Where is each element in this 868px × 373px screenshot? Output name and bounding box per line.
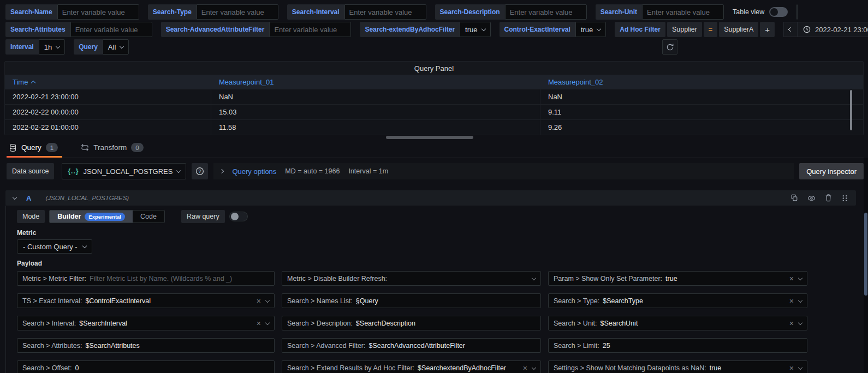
clear-icon[interactable]: × — [789, 364, 794, 372]
datasource-label: Data source — [7, 163, 54, 179]
chevron-down-icon[interactable] — [532, 275, 536, 280]
control-exact-interval-select[interactable]: true — [575, 22, 606, 37]
variable-input-search-type[interactable] — [197, 4, 278, 20]
query-editor: A (JSON_LOCAL_POSTGRES) Mode Builder Exp… — [5, 190, 856, 373]
clear-icon[interactable]: × — [257, 320, 261, 327]
max-data-points-value: MD = auto = 1966 — [285, 167, 340, 175]
table-view-toggle[interactable] — [769, 7, 788, 17]
chevron-down-icon[interactable] — [532, 365, 536, 369]
hide-query-button[interactable] — [807, 194, 816, 202]
builder-mode-button[interactable]: Builder Experimental — [50, 210, 133, 222]
chevron-down-icon[interactable] — [265, 320, 270, 324]
code-mode-button[interactable]: Code — [133, 210, 164, 222]
variable-input-search-interval[interactable] — [344, 4, 426, 20]
variable-label: Search-Attributes — [5, 22, 70, 37]
payload-field-search-description[interactable]: Search > Description: $SearchDescription — [282, 316, 541, 330]
variable-label: Search-Type — [148, 4, 197, 20]
payload-field-advanced-filter[interactable]: Search > Advanced Filter: $SearchAdvance… — [282, 338, 541, 353]
refresh-button[interactable] — [662, 39, 677, 55]
adhoc-filter-key[interactable]: Supplier — [667, 22, 702, 37]
column-header-measurepoint-02[interactable]: Measurepoint_02 — [540, 78, 863, 86]
delete-query-button[interactable] — [825, 194, 832, 202]
clear-icon[interactable]: × — [789, 320, 794, 327]
clear-icon[interactable]: × — [257, 297, 261, 305]
variable-input-search-description[interactable] — [505, 4, 587, 20]
table-row: 2022-02-21 23:00:00 NaN NaN — [5, 89, 863, 104]
interval-select[interactable]: 1h — [39, 39, 65, 55]
query-options-bar[interactable]: Query options MD = auto = 1966 Interval … — [213, 163, 794, 179]
chevron-down-icon[interactable] — [798, 275, 802, 280]
cell-time: 2022-02-22 00:00:00 — [5, 105, 211, 119]
variable-search-name: Search-Name — [5, 4, 139, 20]
adhoc-filter-value[interactable]: SupplierA — [719, 22, 758, 37]
variable-input-search-attributes[interactable] — [70, 22, 152, 37]
chevron-down-icon[interactable] — [798, 365, 802, 369]
query-row-header[interactable]: A (JSON_LOCAL_POSTGRES) — [5, 190, 856, 206]
payload-field-metric-filter[interactable]: Metric > Metric Filter: Filter Metric Li… — [17, 271, 275, 286]
payload-field-search-type[interactable]: Search > Type: $SearchType × — [548, 293, 807, 308]
variable-row-2: Search-Attributes Search-AdvancedAttribu… — [5, 22, 856, 37]
payload-field-names-list[interactable]: Search > Names List: §Query — [282, 293, 541, 308]
dashboard-variable-bar: Search-Name Search-Type Search-Interval … — [0, 0, 868, 55]
chevron-down-icon — [82, 244, 86, 248]
table-scrollbar-vertical[interactable] — [850, 90, 852, 130]
payload-field-show-only-set-parameter[interactable]: Param > Show Only Set Parameter: true × — [548, 271, 807, 286]
payload-field-search-offset[interactable]: Search > Offset: 0 — [17, 360, 275, 373]
variable-label: Search-extendByAdhocFilter — [360, 22, 460, 37]
time-range-button[interactable]: 2022-02-21 23:00:00 to 2022-02-23 23:59:… — [798, 22, 868, 37]
cell-time: 2022-02-21 23:00:00 — [5, 89, 211, 104]
metric-select[interactable]: - Custom Query - — [17, 239, 92, 254]
payload-field-search-attributes[interactable]: Search > Attributes: $SearchAttributes — [17, 338, 275, 353]
variable-input-search-name[interactable] — [57, 4, 139, 20]
adhoc-filter-add-button[interactable]: + — [760, 22, 775, 37]
datasource-name: JSON_LOCAL_POSTGRES — [83, 167, 173, 176]
column-header-time[interactable]: Time — [5, 78, 211, 86]
table-scrollbar-horizontal[interactable] — [386, 136, 473, 139]
tab-transform[interactable]: Transform 0 — [79, 143, 147, 157]
clear-icon[interactable]: × — [523, 364, 527, 372]
payload-field-search-unit[interactable]: Search > Unit: $SearchUnit × — [548, 316, 807, 330]
panel-title: Query Panel — [5, 62, 863, 75]
cell-time: 2022-02-22 01:00:00 — [5, 120, 211, 135]
variable-input-advanced-attribute-filter[interactable] — [269, 22, 351, 37]
payload-field-disable-builder-refresh[interactable]: Metric > Disable Builder Refresh: — [282, 271, 541, 286]
metric-select-value: - Custom Query - — [23, 243, 78, 251]
adhoc-filter-operator[interactable]: = — [704, 22, 717, 37]
chevron-down-icon[interactable] — [265, 298, 270, 302]
query-select[interactable]: All — [103, 39, 129, 55]
chevron-down-icon[interactable] — [798, 320, 802, 324]
payload-field-exact-interval[interactable]: TS > Exact Interval: $ControlExactInterv… — [17, 293, 275, 308]
clear-icon[interactable]: × — [789, 275, 794, 282]
query-inspector-button[interactable]: Query inspector — [799, 163, 864, 179]
variable-label: Search-Name — [5, 4, 57, 20]
select-value: true — [465, 26, 477, 34]
datasource-help-button[interactable]: ? — [192, 163, 208, 179]
extend-by-adhoc-filter-select[interactable]: true — [460, 22, 490, 37]
refresh-icon — [666, 43, 674, 51]
query-editor-body: Mode Builder Experimental Code Raw query… — [5, 206, 856, 373]
payload-section-label: Payload — [17, 260, 856, 267]
collapse-query-icon[interactable] — [13, 195, 17, 200]
datasource-picker[interactable]: {..} JSON_LOCAL_POSTGRES — [62, 163, 186, 179]
time-shift-back-button[interactable] — [783, 22, 798, 37]
chevron-down-icon[interactable] — [798, 298, 802, 302]
page-scrollbar-thumb[interactable] — [864, 213, 867, 296]
payload-field-search-limit[interactable]: Search > Limit: 25 — [548, 338, 807, 353]
fill-button[interactable]: Fill — [797, 5, 798, 19]
field-placeholder: Filter Metric List by Name. (Wildcards %… — [90, 275, 232, 282]
duplicate-query-button[interactable] — [790, 194, 798, 202]
column-header-measurepoint-01[interactable]: Measurepoint_01 — [211, 78, 540, 86]
variable-label: Interval — [5, 39, 39, 55]
payload-field-show-nan[interactable]: Settings > Show Not Matching Datapoints … — [548, 360, 807, 373]
payload-field-search-interval[interactable]: Search > Interval: $SearchInterval × — [17, 316, 275, 330]
raw-query-toggle[interactable] — [229, 212, 248, 221]
variable-interval: Interval 1h — [5, 39, 65, 55]
active-tab-indicator — [7, 156, 62, 158]
tab-query[interactable]: Query 1 — [7, 143, 62, 157]
drag-query-handle[interactable] — [841, 195, 848, 202]
raw-query-label: Raw query — [181, 210, 225, 223]
variable-input-search-unit[interactable] — [642, 4, 724, 20]
payload-field-extend-results-adhoc[interactable]: Search > Extend Results by Ad Hoc Filter… — [282, 360, 541, 373]
clear-icon[interactable]: × — [789, 297, 794, 305]
variable-label: Search-Unit — [596, 4, 642, 20]
